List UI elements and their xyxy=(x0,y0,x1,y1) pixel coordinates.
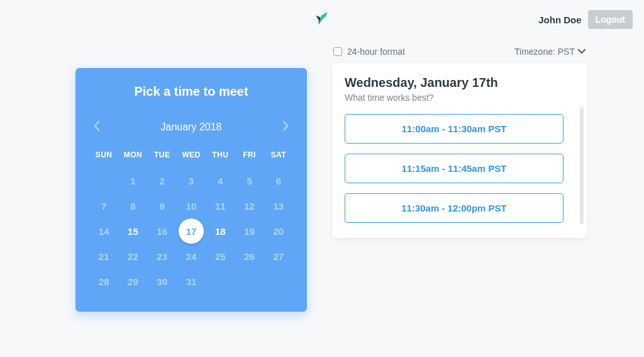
main-content: Pick a time to meet January 2018 SUN MON… xyxy=(0,34,644,312)
calendar-day[interactable]: 7 xyxy=(89,193,118,218)
timezone-select[interactable]: Timezone: PST xyxy=(514,47,586,57)
time-slot[interactable]: 11:15am - 11:45am PST xyxy=(345,154,564,183)
time-slot[interactable]: 11:30am - 12:00pm PST xyxy=(345,193,564,223)
user-menu: John Doe Logout xyxy=(444,10,633,29)
calendar-day[interactable]: 26 xyxy=(235,244,264,269)
timezone-label: Timezone: PST xyxy=(514,47,575,57)
calendar-week-row: 14151617181920 xyxy=(89,218,293,244)
calendar-day[interactable]: 27 xyxy=(264,244,293,269)
time-slot[interactable]: 11:00am - 11:30am PST xyxy=(345,114,564,144)
logout-button[interactable]: Logout xyxy=(588,10,633,29)
calendar-day[interactable]: 10 xyxy=(177,193,206,218)
calendar-day[interactable]: 24 xyxy=(177,244,206,269)
dow-fri: FRI xyxy=(235,150,264,168)
slot-list: 11:00am - 11:30am PST11:15am - 11:45am P… xyxy=(345,114,575,223)
calendar-week-row: 123456 xyxy=(89,168,293,193)
calendar-week-row: 28293031 xyxy=(89,269,293,294)
chevron-right-icon[interactable] xyxy=(279,118,292,137)
calendar-day[interactable]: 2 xyxy=(148,168,177,193)
calendar-month-label: January 2018 xyxy=(161,122,222,133)
calendar-day[interactable]: 12 xyxy=(235,193,264,218)
calendar-day[interactable]: 6 xyxy=(264,168,293,193)
hummingbird-icon xyxy=(311,9,333,30)
calendar-day[interactable]: 14 xyxy=(89,218,118,244)
calendar-day[interactable]: 9 xyxy=(148,193,177,218)
top-bar: John Doe Logout xyxy=(0,0,644,34)
calendar-day[interactable]: 11 xyxy=(206,193,235,218)
calendar-nav: January 2018 xyxy=(89,118,293,137)
calendar-week-row: 21222324252627 xyxy=(89,244,293,269)
calendar-title: Pick a time to meet xyxy=(89,84,293,99)
calendar-day[interactable]: 22 xyxy=(118,244,147,269)
calendar-panel: Pick a time to meet January 2018 SUN MON… xyxy=(75,68,307,312)
calendar-day[interactable]: 28 xyxy=(89,269,118,294)
dow-mon: MON xyxy=(118,150,147,168)
chevron-left-icon[interactable] xyxy=(91,118,103,137)
dow-sun: SUN xyxy=(89,150,118,168)
slots-card: Wednesday, January 17th What time works … xyxy=(332,63,587,238)
user-name[interactable]: John Doe xyxy=(538,14,581,25)
calendar-day[interactable]: 8 xyxy=(118,193,147,218)
calendar-day[interactable]: 30 xyxy=(148,269,177,294)
calendar-day[interactable]: 20 xyxy=(264,218,293,244)
format-toggle[interactable]: 24-hour format xyxy=(333,47,405,57)
calendar-day-selected[interactable]: 17 xyxy=(179,218,204,244)
calendar-day xyxy=(89,168,118,193)
calendar-day[interactable]: 31 xyxy=(177,269,206,294)
calendar-day[interactable]: 29 xyxy=(118,269,147,294)
dow-thu: THU xyxy=(206,150,235,168)
dow-wed: WED xyxy=(177,150,206,168)
calendar-day[interactable]: 21 xyxy=(89,244,118,269)
calendar-day[interactable]: 25 xyxy=(206,244,235,269)
calendar-day[interactable]: 18 xyxy=(206,218,235,244)
chevron-down-icon xyxy=(577,47,586,57)
logo-wrap xyxy=(200,9,444,30)
calendar-day xyxy=(264,269,293,294)
dow-tue: TUE xyxy=(148,150,177,168)
slots-date-title: Wednesday, January 17th xyxy=(345,76,575,90)
calendar-day[interactable]: 1 xyxy=(118,168,147,193)
calendar-day xyxy=(235,269,264,294)
calendar-day[interactable]: 4 xyxy=(206,168,235,193)
slots-subtitle: What time works best? xyxy=(345,93,575,103)
calendar-day[interactable]: 3 xyxy=(177,168,206,193)
calendar-week-row: 78910111213 xyxy=(89,193,293,218)
calendar-dow-row: SUN MON TUE WED THU FRI SAT xyxy=(89,150,293,168)
slots-column: 24-hour format Timezone: PST Wednesday, … xyxy=(332,47,587,238)
calendar-day[interactable]: 16 xyxy=(148,218,177,244)
format-label: 24-hour format xyxy=(347,47,405,57)
calendar-day[interactable]: 13 xyxy=(264,193,293,218)
calendar-day[interactable]: 15 xyxy=(118,218,147,244)
calendar-day[interactable]: 19 xyxy=(235,218,264,244)
slot-options-row: 24-hour format Timezone: PST xyxy=(332,47,587,57)
calendar-day[interactable]: 5 xyxy=(235,168,264,193)
calendar-day xyxy=(206,269,235,294)
dow-sat: SAT xyxy=(264,150,293,168)
calendar-grid: 1234567891011121314151617181920212223242… xyxy=(89,168,293,294)
checkbox-24h[interactable] xyxy=(333,47,342,56)
calendar-day[interactable]: 23 xyxy=(148,244,177,269)
